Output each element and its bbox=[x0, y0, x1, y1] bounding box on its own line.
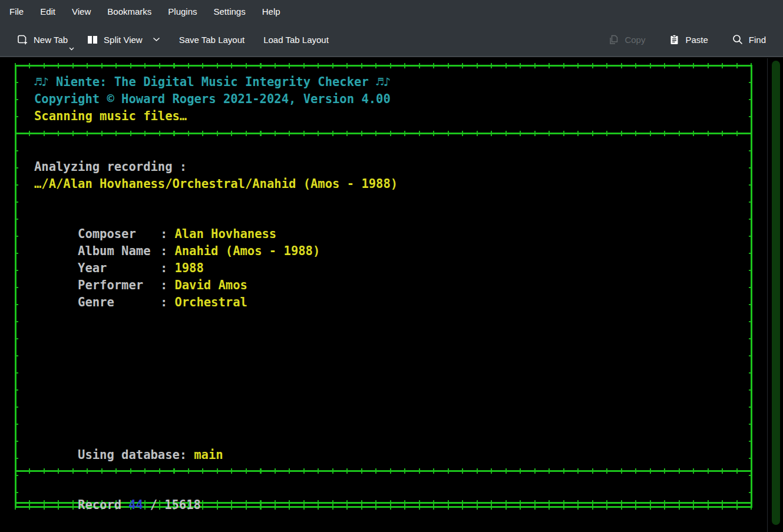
terminal-screen[interactable]: ♬♪ Niente: The Digital Music Integrity C… bbox=[0, 58, 783, 532]
field-value: Orchestral bbox=[174, 295, 247, 309]
menu-settings[interactable]: Settings bbox=[206, 1, 254, 22]
record-label: Record bbox=[78, 498, 121, 512]
save-tab-layout-button[interactable]: Save Tab Layout bbox=[174, 30, 250, 49]
scrollbar-separator bbox=[767, 58, 768, 532]
scrollbar-thumb[interactable] bbox=[772, 61, 780, 525]
scrollbar-track[interactable] bbox=[768, 58, 783, 532]
new-tab-label: New Tab bbox=[34, 35, 68, 45]
box-border-top bbox=[15, 65, 752, 67]
find-icon bbox=[732, 34, 744, 45]
copy-icon bbox=[608, 34, 619, 45]
record-separator: / bbox=[150, 498, 157, 512]
konsole-window: File Edit View Bookmarks Plugins Setting… bbox=[0, 0, 783, 532]
field-label: Genre bbox=[78, 294, 160, 311]
box-border-right bbox=[751, 65, 752, 507]
menu-plugins[interactable]: Plugins bbox=[160, 1, 205, 22]
menu-help[interactable]: Help bbox=[254, 1, 289, 22]
field-separator: : bbox=[160, 295, 167, 309]
menu-file[interactable]: File bbox=[1, 1, 32, 22]
chevron-down-icon bbox=[153, 37, 160, 42]
split-view-button[interactable]: Split View bbox=[81, 29, 166, 50]
database-label: Using database: bbox=[78, 448, 187, 462]
status-line: Scanning music files… bbox=[34, 108, 187, 125]
find-button[interactable]: Find bbox=[726, 29, 771, 50]
field-row-genre: Genre:Orchestral bbox=[34, 277, 247, 328]
database-value: main bbox=[194, 448, 223, 462]
chevron-down-icon bbox=[69, 47, 74, 51]
copy-label: Copy bbox=[625, 35, 645, 45]
menu-bar: File Edit View Bookmarks Plugins Setting… bbox=[0, 0, 783, 23]
paste-button[interactable]: Paste bbox=[663, 29, 713, 50]
new-tab-button[interactable]: New Tab bbox=[12, 29, 73, 50]
load-tab-layout-button[interactable]: Load Tab Layout bbox=[258, 30, 334, 49]
split-view-label: Split View bbox=[104, 35, 143, 45]
toolbar: New Tab Split View Save Ta bbox=[0, 23, 783, 57]
new-tab-icon bbox=[17, 34, 28, 45]
load-tab-layout-label: Load Tab Layout bbox=[263, 35, 329, 45]
copy-button[interactable]: Copy bbox=[603, 29, 650, 50]
record-row: Record44/15618 bbox=[34, 480, 201, 531]
find-label: Find bbox=[749, 35, 766, 45]
menu-view[interactable]: View bbox=[64, 1, 99, 22]
box-border-left bbox=[15, 65, 16, 507]
menu-bookmarks[interactable]: Bookmarks bbox=[99, 1, 160, 22]
database-row: Using database:main bbox=[34, 429, 223, 481]
copyright-line: Copyright © Howard Rogers 2021-2024, Ver… bbox=[34, 91, 391, 108]
record-current: 44 bbox=[128, 498, 143, 512]
app-title: ♬♪ Niente: The Digital Music Integrity C… bbox=[34, 74, 391, 91]
save-tab-layout-label: Save Tab Layout bbox=[179, 35, 245, 45]
menu-edit[interactable]: Edit bbox=[32, 1, 64, 22]
analyzing-label: Analyzing recording : bbox=[34, 158, 187, 176]
box-border-header-divider bbox=[15, 133, 752, 134]
paste-icon bbox=[669, 34, 680, 45]
paste-label: Paste bbox=[685, 35, 708, 45]
split-view-icon bbox=[87, 34, 98, 45]
recording-path: …/A/Alan Hovhaness/Orchestral/Anahid (Am… bbox=[34, 176, 398, 193]
record-total: 15618 bbox=[164, 498, 201, 512]
